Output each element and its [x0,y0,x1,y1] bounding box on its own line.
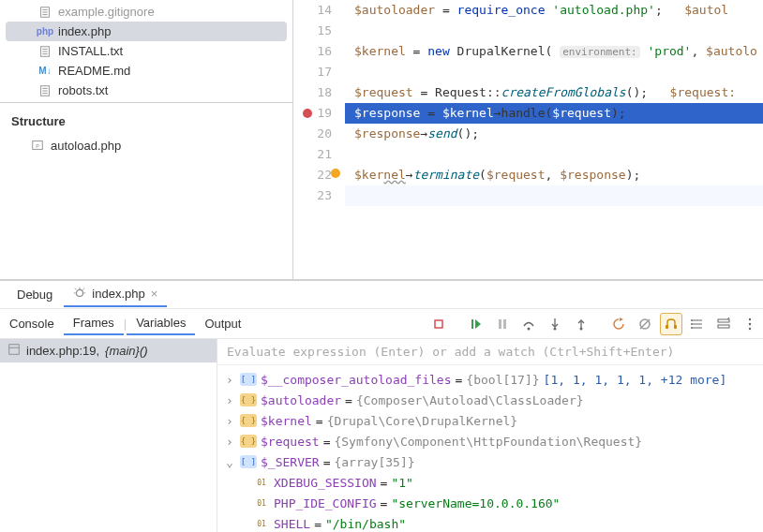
variable-row[interactable]: ›{ } $request = {Symfony\Component\HttpF… [217,431,763,451]
listen-debug-button[interactable] [660,313,682,335]
variable-row[interactable]: ›{ } $kernel = {Drupal\Core\DrupalKernel… [217,410,763,431]
type-badge: [ ] [240,455,257,468]
svg-rect-39 [718,319,729,322]
svg-point-42 [749,322,751,324]
expand-arrow-icon[interactable]: ⌄ [223,455,236,469]
step-into-button[interactable] [544,313,566,335]
debug-panel-tab[interactable]: Debug [7,284,62,305]
file-name: INSTALL.txt [58,44,123,58]
svg-point-38 [691,327,693,329]
svg-line-19 [83,288,85,290]
code-editor[interactable]: 14151617181920212223 $autoloader = requi… [293,0,763,279]
more-button[interactable] [739,313,761,335]
php-icon: php [37,24,52,39]
subtab-variables[interactable]: Variables [127,312,195,335]
php-file-icon: P [30,138,45,153]
variable-row[interactable]: ⌄[ ] $_SERVER = {array[35]} [217,451,763,472]
scalar-badge: 01 [253,496,270,510]
resume-button[interactable] [465,313,487,335]
variable-row[interactable]: ›{ } $autoloader = {Composer\Autoload\Cl… [217,390,763,410]
subtab-console[interactable]: Console [0,313,64,334]
file-row[interactable]: phpindex.php [6,22,287,41]
subtab-frames[interactable]: Frames [64,312,124,335]
svg-point-14 [77,289,83,296]
type-badge: [ ] [240,373,257,386]
svg-text:P: P [36,143,39,149]
svg-point-41 [749,318,751,319]
file-row[interactable]: M↓README.md [0,61,292,81]
code-line: $kernel→terminate($request, $response); [345,165,763,185]
frame-row[interactable]: index.php:19, {main}() [0,339,217,362]
variable-child-row[interactable]: 01 PHP_IDE_CONFIG = "serverName=10.0.0.1… [217,493,763,513]
svg-rect-20 [435,320,442,328]
debug-session-tab[interactable]: index.php × [64,282,167,307]
variable-child-row[interactable]: 01 XDEBUG_SESSION = "1" [217,472,763,493]
view-breakpoints-button[interactable] [686,313,709,335]
type-badge: { } [240,435,257,448]
svg-point-24 [528,327,531,330]
code-line [345,62,763,82]
variables-tree: ›[ ] $__composer_autoload_files = {bool[… [217,365,763,532]
structure-item-label: autoload.php [51,139,121,153]
svg-rect-21 [471,319,473,329]
mute-breakpoints-button[interactable] [634,313,656,335]
code-line: $response→send(); [345,124,763,144]
svg-line-18 [75,288,77,290]
code-line [345,144,763,165]
svg-point-28 [580,327,583,330]
type-badge: { } [240,414,257,427]
code-lines: $autoloader = require_once 'autoload.php… [345,0,763,279]
svg-point-26 [554,327,557,330]
svg-rect-32 [674,325,677,329]
frame-function: {main}() [105,344,148,358]
settings-button[interactable] [712,313,735,335]
code-line: $autoloader = require_once 'autoload.php… [345,0,763,21]
file-row[interactable]: example.gitignore [0,2,292,22]
frame-location: index.php:19, [26,344,99,358]
svg-point-43 [749,327,751,329]
gutter: 14151617181920212223 [293,0,345,279]
file-tree: example.gitignorephpindex.phpINSTALL.txt… [0,0,292,102]
text-file-icon [37,83,52,98]
step-over-button[interactable] [517,313,540,335]
markdown-icon: M↓ [37,64,52,79]
expand-arrow-icon[interactable]: › [223,373,236,387]
file-name: robots.txt [58,83,108,97]
svg-point-36 [691,319,693,321]
text-file-icon [37,44,52,59]
subtab-output[interactable]: Output [195,313,250,334]
structure-item[interactable]: P autoload.php [11,136,281,155]
file-row[interactable]: INSTALL.txt [0,41,292,61]
pause-button[interactable] [491,313,514,335]
structure-title: Structure [11,111,281,136]
bug-icon [73,286,86,302]
code-line [345,185,763,206]
type-badge: { } [240,393,257,406]
svg-rect-23 [503,319,506,329]
expand-arrow-icon[interactable]: › [223,435,236,449]
file-row[interactable]: robots.txt [0,81,292,100]
code-line [345,21,763,41]
frame-icon [7,343,21,359]
scalar-badge: 01 [253,517,270,530]
rerun-button[interactable] [607,313,630,335]
stop-button[interactable] [427,313,450,335]
svg-point-37 [691,323,693,325]
svg-rect-40 [718,325,729,328]
code-line: $response = $kernel→handle($request); [345,103,763,124]
text-file-icon [37,5,52,20]
file-name: README.md [58,64,130,78]
evaluate-expression-input[interactable]: Evaluate expression (Enter) or add a wat… [217,339,763,365]
svg-rect-22 [499,319,501,329]
variable-row[interactable]: ›[ ] $__composer_autoload_files = {bool[… [217,369,763,390]
session-tab-label: index.php [92,287,144,301]
code-line: $kernel = new DrupalKernel( environment:… [345,41,763,62]
step-out-button[interactable] [570,313,592,335]
expand-arrow-icon[interactable]: › [223,393,236,407]
scalar-badge: 01 [253,476,270,489]
expand-arrow-icon[interactable]: › [223,414,236,428]
file-name: index.php [58,24,111,38]
close-icon[interactable]: × [151,287,158,301]
file-name: example.gitignore [58,5,155,19]
variable-child-row[interactable]: 01 SHELL = "/bin/bash" [217,513,763,532]
